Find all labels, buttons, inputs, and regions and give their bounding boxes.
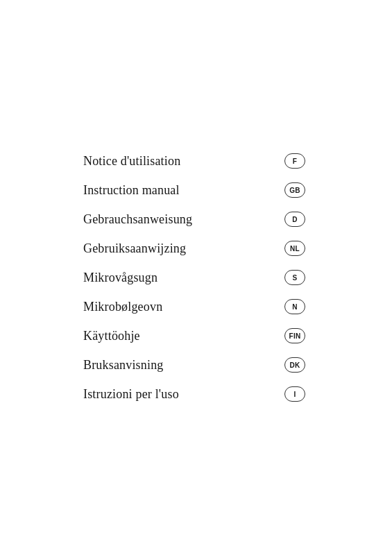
list-item[interactable]: GebrauchsanweisungD	[83, 205, 305, 234]
lang-badge: N	[284, 299, 305, 314]
manual-label: Gebrauchsanweisung	[83, 212, 192, 227]
lang-badge: GB	[284, 182, 305, 198]
lang-badge: FIN	[284, 328, 305, 343]
lang-badge: F	[284, 153, 305, 169]
lang-badge: D	[284, 212, 305, 227]
list-item[interactable]: Instruction manualGB	[83, 176, 305, 205]
list-item[interactable]: Istruzioni per l'usoI	[83, 379, 305, 409]
manual-label: Mikrovågsugn	[83, 271, 157, 285]
list-item[interactable]: GebruiksaanwijzingNL	[83, 234, 305, 263]
lang-badge: DK	[284, 357, 305, 373]
manual-label: Käyttöohje	[83, 329, 140, 343]
list-item[interactable]: MikrobølgeovnN	[83, 292, 305, 321]
lang-badge: S	[284, 270, 305, 285]
manual-label: Istruzioni per l'uso	[83, 387, 179, 402]
lang-badge: I	[284, 386, 305, 402]
manual-list: Notice d'utilisationFInstruction manualG…	[83, 146, 305, 409]
page-container: Notice d'utilisationFInstruction manualG…	[0, 0, 392, 555]
manual-label: Gebruiksaanwijzing	[83, 241, 186, 256]
list-item[interactable]: BruksanvisningDK	[83, 350, 305, 379]
list-item[interactable]: KäyttöohjeFIN	[83, 321, 305, 350]
manual-label: Notice d'utilisation	[83, 154, 180, 169]
manual-label: Bruksanvisning	[83, 358, 164, 373]
list-item[interactable]: MikrovågsugnS	[83, 263, 305, 292]
manual-label: Mikrobølgeovn	[83, 300, 162, 314]
lang-badge: NL	[284, 241, 305, 256]
list-item[interactable]: Notice d'utilisationF	[83, 146, 305, 176]
manual-label: Instruction manual	[83, 183, 180, 198]
